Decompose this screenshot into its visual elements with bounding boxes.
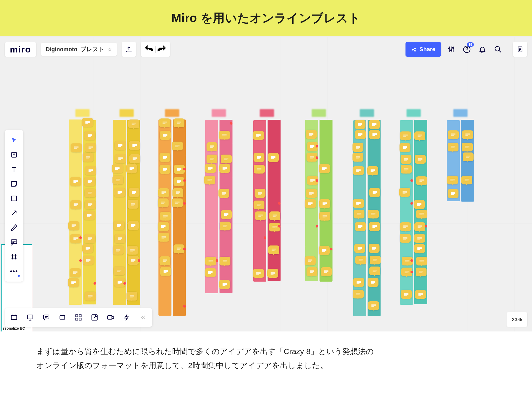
comment-bubble-icon[interactable]: [219, 131, 230, 139]
comment-bubble-icon[interactable]: [319, 212, 330, 221]
comment-bubble-icon[interactable]: [353, 143, 363, 152]
comment-bubble-icon[interactable]: [369, 188, 380, 197]
comment-bubble-icon[interactable]: [128, 200, 138, 209]
comment-bubble-icon[interactable]: [448, 189, 458, 198]
comment-bubble-icon[interactable]: [414, 222, 425, 231]
comment-bubble-icon[interactable]: [159, 256, 170, 265]
comment-bubble-icon[interactable]: [83, 153, 94, 162]
sticky-note[interactable]: [173, 257, 186, 270]
sticky-note[interactable]: [368, 143, 381, 156]
sticky-note[interactable]: [69, 166, 82, 179]
comment-bubble-icon[interactable]: [158, 198, 169, 207]
sticky-note[interactable]: [220, 245, 232, 258]
sticky-tool[interactable]: [7, 177, 21, 191]
comment-bubble-icon[interactable]: [129, 141, 140, 150]
comment-bubble-icon[interactable]: [462, 130, 473, 139]
comment-bubble-icon[interactable]: [126, 164, 137, 173]
comment-bubble-icon[interactable]: [414, 234, 425, 243]
comment-bubble-icon[interactable]: [267, 269, 278, 278]
comment-bubble-icon[interactable]: [85, 189, 96, 197]
comment-bubble-icon[interactable]: [462, 143, 473, 151]
comment-bubble-icon[interactable]: [353, 199, 364, 208]
comment-bubble-icon[interactable]: [127, 246, 138, 255]
board-name-chip[interactable]: Diginomoto_ブレスト ☆: [41, 43, 117, 56]
comment-bubble-icon[interactable]: [401, 155, 411, 164]
frames-panel-icon[interactable]: [8, 312, 20, 323]
presentation-icon[interactable]: [24, 312, 36, 323]
comment-bubble-icon[interactable]: [172, 198, 183, 207]
sticky-note[interactable]: [447, 155, 460, 168]
sticky-note[interactable]: [268, 165, 281, 178]
comment-bubble-icon[interactable]: [400, 234, 411, 243]
sticky-note[interactable]: [69, 132, 82, 145]
comment-bubble-icon[interactable]: [158, 188, 169, 197]
comment-bubble-icon[interactable]: [174, 177, 184, 186]
frame-tool[interactable]: [7, 249, 21, 264]
star-icon[interactable]: ☆: [108, 46, 112, 52]
comment-bubble-icon[interactable]: [207, 142, 217, 151]
sticky-note[interactable]: [353, 177, 366, 190]
more-tools[interactable]: •••: [7, 264, 21, 278]
comment-bubble-icon[interactable]: [370, 256, 381, 264]
sticky-note[interactable]: [173, 269, 186, 282]
comment-bubble-icon[interactable]: [68, 278, 79, 287]
sticky-note[interactable]: [220, 268, 232, 281]
comment-bubble-icon[interactable]: [160, 212, 171, 221]
comment-bubble-icon[interactable]: [414, 200, 425, 209]
shape-tool[interactable]: [7, 191, 21, 206]
comment-bubble-icon[interactable]: [305, 256, 316, 265]
comment-bubble-icon[interactable]: [71, 143, 82, 152]
comment-bubble-icon[interactable]: [84, 234, 95, 243]
comment-bubble-icon[interactable]: [416, 210, 427, 218]
arrow-tool[interactable]: [7, 206, 21, 220]
comment-bubble-icon[interactable]: [158, 233, 169, 242]
comments-icon[interactable]: [41, 312, 52, 323]
comment-bubble-icon[interactable]: [355, 120, 365, 129]
comment-bubble-icon[interactable]: [254, 165, 265, 174]
comment-bubble-icon[interactable]: [85, 143, 96, 152]
activity-icon[interactable]: [73, 312, 84, 323]
card-icon[interactable]: [57, 312, 68, 323]
sticky-note[interactable]: [268, 177, 281, 190]
bell-icon[interactable]: [477, 44, 488, 55]
comment-bubble-icon[interactable]: [160, 267, 171, 276]
comment-bubble-icon[interactable]: [368, 210, 379, 218]
collapse-icon[interactable]: [137, 312, 149, 323]
sticky-note[interactable]: [320, 223, 332, 236]
comment-bubble-icon[interactable]: [174, 118, 184, 127]
sticky-note[interactable]: [320, 143, 332, 156]
zoom-indicator[interactable]: 23%: [507, 312, 527, 327]
comment-bubble-icon[interactable]: [159, 118, 170, 127]
comment-bubble-icon[interactable]: [82, 118, 93, 127]
sticky-note[interactable]: [158, 291, 171, 304]
comment-bubble-icon[interactable]: [84, 131, 95, 140]
sticky-note[interactable]: [173, 211, 186, 224]
sticky-note[interactable]: [268, 188, 281, 201]
comment-bubble-icon[interactable]: [369, 244, 380, 253]
comment-bubble-icon[interactable]: [414, 244, 425, 253]
comment-bubble-icon[interactable]: [114, 221, 124, 230]
comment-bubble-icon[interactable]: [127, 292, 137, 301]
sticky-note[interactable]: [220, 234, 232, 247]
comment-bubble-icon[interactable]: [447, 176, 458, 184]
notes-button[interactable]: [513, 42, 527, 57]
comment-bubble-icon[interactable]: [68, 221, 79, 230]
comment-bubble-icon[interactable]: [400, 131, 411, 140]
comment-bubble-icon[interactable]: [113, 246, 124, 255]
comment-bubble-icon[interactable]: [268, 245, 279, 254]
comment-bubble-icon[interactable]: [353, 278, 364, 287]
sticky-note[interactable]: [368, 177, 381, 190]
sticky-note[interactable]: [268, 120, 281, 133]
share-link-icon[interactable]: [89, 312, 100, 323]
bolt-icon[interactable]: [121, 312, 132, 323]
canvas[interactable]: [0, 36, 532, 331]
settings-icon[interactable]: [446, 44, 457, 55]
comment-bubble-icon[interactable]: [114, 267, 125, 275]
comment-bubble-icon[interactable]: [269, 211, 280, 220]
comment-bubble-icon[interactable]: [115, 141, 126, 150]
comment-bubble-icon[interactable]: [448, 143, 458, 151]
comment-bubble-icon[interactable]: [255, 211, 266, 220]
comment-bubble-icon[interactable]: [415, 290, 426, 299]
redo-button[interactable]: [156, 43, 168, 56]
comment-bubble-icon[interactable]: [85, 166, 96, 175]
